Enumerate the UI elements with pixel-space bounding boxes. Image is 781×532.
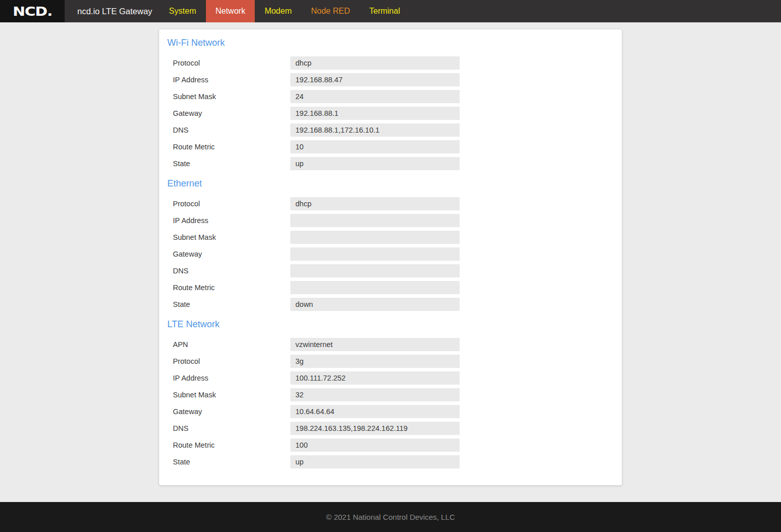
field-label: Route Metric — [173, 441, 290, 449]
field-value: up — [290, 455, 460, 468]
footer: © 2021 National Control Devices, LLC — [0, 502, 781, 532]
section-ethernet: EthernetProtocoldhcpIP AddressSubnet Mas… — [167, 178, 614, 311]
nav-item-network[interactable]: Network — [206, 0, 255, 22]
field-value: up — [290, 157, 460, 170]
field-value: 192.168.88.1,172.16.10.1 — [290, 123, 460, 137]
field-row-protocol: Protocoldhcp — [167, 197, 614, 210]
field-row-state: Stateup — [167, 157, 614, 170]
field-label: Protocol — [173, 200, 290, 208]
field-label: Route Metric — [173, 284, 290, 292]
main-content: Wi-Fi NetworkProtocoldhcpIP Address192.1… — [0, 22, 781, 502]
field-label: Protocol — [173, 59, 290, 67]
ncd-logo[interactable]: NCD. — [0, 0, 65, 22]
field-label: Subnet Mask — [173, 233, 290, 241]
field-label: State — [173, 160, 290, 168]
field-label: IP Address — [173, 76, 290, 84]
field-row-dns: DNS198.224.163.135,198.224.162.119 — [167, 422, 614, 435]
section-title: Ethernet — [167, 178, 614, 189]
field-value — [290, 281, 460, 294]
field-value: dhcp — [290, 197, 460, 210]
field-label: Protocol — [173, 357, 290, 365]
field-row-state: Stateup — [167, 455, 614, 468]
field-row-ip-address: IP Address — [167, 214, 614, 227]
field-row-state: Statedown — [167, 298, 614, 311]
field-row-route-metric: Route Metric100 — [167, 439, 614, 452]
field-row-subnet-mask: Subnet Mask32 — [167, 388, 614, 401]
field-row-dns: DNS — [167, 264, 614, 277]
copyright-text: © 2021 National Control Devices, LLC — [326, 513, 455, 521]
field-row-route-metric: Route Metric10 — [167, 140, 614, 153]
section-title: Wi-Fi Network — [167, 38, 614, 48]
field-row-ip-address: IP Address100.111.72.252 — [167, 371, 614, 385]
field-row-subnet-mask: Subnet Mask24 — [167, 90, 614, 103]
nav-item-terminal[interactable]: Terminal — [359, 0, 409, 22]
field-label: IP Address — [173, 216, 290, 225]
field-label: Subnet Mask — [173, 391, 290, 399]
field-row-route-metric: Route Metric — [167, 281, 614, 294]
field-label: State — [173, 300, 290, 308]
field-row-protocol: Protocoldhcp — [167, 56, 614, 70]
field-value: 24 — [290, 90, 460, 103]
field-value: 10 — [290, 140, 460, 153]
field-row-gateway: Gateway192.168.88.1 — [167, 107, 614, 120]
nav-item-node-red[interactable]: Node RED — [302, 0, 359, 22]
section-title: LTE Network — [167, 319, 614, 330]
field-value: dhcp — [290, 56, 460, 70]
field-label: DNS — [173, 126, 290, 134]
ncd-logo-text: NCD. — [13, 4, 52, 19]
field-row-protocol: Protocol3g — [167, 355, 614, 368]
field-value: 3g — [290, 355, 460, 368]
field-value: 192.168.88.1 — [290, 107, 460, 120]
field-label: Gateway — [173, 109, 290, 117]
field-label: Gateway — [173, 408, 290, 416]
navbar-brand[interactable]: ncd.io LTE Gateway — [77, 0, 152, 22]
field-label: IP Address — [173, 374, 290, 382]
field-label: DNS — [173, 267, 290, 275]
field-row-dns: DNS192.168.88.1,172.16.10.1 — [167, 123, 614, 137]
field-value — [290, 264, 460, 277]
field-row-subnet-mask: Subnet Mask — [167, 231, 614, 244]
section-lte-network: LTE NetworkAPNvzwinternetProtocol3gIP Ad… — [167, 319, 614, 468]
field-label: DNS — [173, 424, 290, 432]
network-card: Wi-Fi NetworkProtocoldhcpIP Address192.1… — [159, 29, 622, 485]
navbar: NCD. ncd.io LTE Gateway SystemNetworkMod… — [0, 0, 781, 22]
field-row-gateway: Gateway — [167, 247, 614, 261]
field-value — [290, 214, 460, 227]
field-value: vzwinternet — [290, 338, 460, 351]
field-row-ip-address: IP Address192.168.88.47 — [167, 73, 614, 86]
field-label: APN — [173, 340, 290, 349]
field-value: down — [290, 298, 460, 311]
field-value: 100 — [290, 439, 460, 452]
field-value: 32 — [290, 388, 460, 401]
field-row-gateway: Gateway10.64.64.64 — [167, 405, 614, 418]
nav-item-system[interactable]: System — [159, 0, 205, 22]
field-value: 198.224.163.135,198.224.162.119 — [290, 422, 460, 435]
field-label: Subnet Mask — [173, 92, 290, 101]
field-value — [290, 247, 460, 261]
section-wi-fi-network: Wi-Fi NetworkProtocoldhcpIP Address192.1… — [167, 38, 614, 170]
field-value — [290, 231, 460, 244]
field-value: 192.168.88.47 — [290, 73, 460, 86]
field-label: Gateway — [173, 250, 290, 258]
field-value: 10.64.64.64 — [290, 405, 460, 418]
field-label: Route Metric — [173, 143, 290, 151]
field-label: State — [173, 458, 290, 466]
nav-item-modem[interactable]: Modem — [255, 0, 301, 22]
nav-items: SystemNetworkModemNode REDTerminal — [159, 0, 409, 22]
field-value: 100.111.72.252 — [290, 371, 460, 385]
field-row-apn: APNvzwinternet — [167, 338, 614, 351]
